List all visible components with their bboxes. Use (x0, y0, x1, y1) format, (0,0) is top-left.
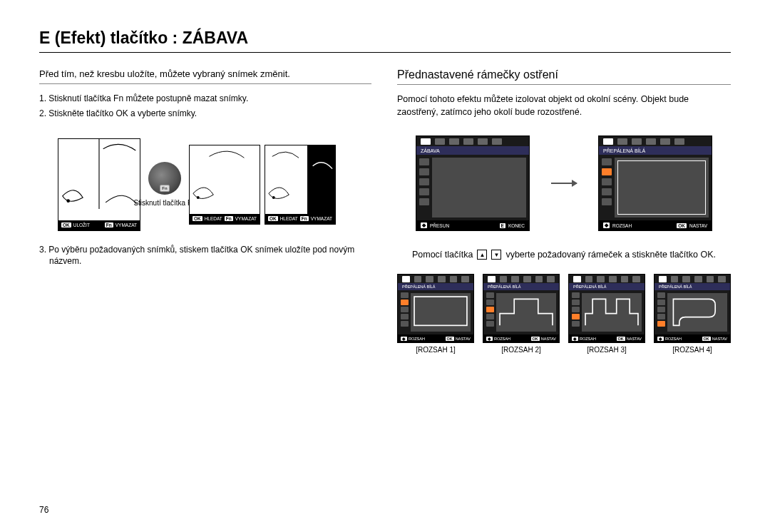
footer-key: E (500, 223, 505, 228)
subsection-desc: Pomocí tohoto efektu můžete izolovat obj… (397, 93, 731, 118)
footer-label: KONEC (508, 223, 525, 228)
side-icon (419, 188, 429, 195)
footer-label: ROZSAH (612, 223, 632, 228)
lcd2-preview (615, 158, 709, 218)
fn-key: Fn (225, 216, 233, 221)
step-2: 2. Stiskněte tlačítko OK a vyberte snímk… (39, 108, 371, 120)
figure-row: OK ULOŽIT Fn VYMAZAT Fn Stisknutí tlačít… (58, 138, 371, 231)
tab-icon (660, 138, 670, 145)
lcd1-side (416, 155, 432, 220)
fn-caption: Stisknutí tlačítka Fn (133, 199, 195, 207)
svg-rect-4 (414, 297, 467, 325)
fn-press-illustration: Fn Stisknutí tlačítka Fn (145, 162, 185, 207)
lcd1-tabs (416, 136, 529, 146)
arrow-right-icon (551, 183, 577, 184)
thumb-lcd: PŘEPÁLENÁ BÍLÁ ◆ROZSAHOKNASTAV (483, 274, 560, 343)
tab-icon (435, 138, 445, 145)
ok-key: OK (61, 222, 71, 227)
scribble-mid (190, 145, 260, 214)
svg-point-1 (66, 199, 70, 203)
footer-label: PŘESUN (430, 223, 449, 228)
lcd1-footer: ◆ PŘESUN E KONEC (416, 220, 529, 230)
side-icon (602, 178, 612, 185)
footer-key: OK (677, 223, 687, 228)
hint-line: Pomocí tlačítka ▲ ▼ vyberte požadovaný r… (397, 250, 731, 260)
subsection-title: Přednastavené rámečky ostření (397, 68, 731, 85)
panel-after-bar: OK HLEDAT Fn VYMAZAT (265, 214, 335, 224)
thumb-1: PŘEPÁLENÁ BÍLÁ ◆ROZSAHOKNASTAV [ROZSAH 1… (397, 274, 474, 354)
thumb-label: [ROZSAH 1] (416, 346, 456, 354)
footer-label: NASTAV (689, 223, 707, 228)
lcd2-side (599, 155, 615, 220)
thumb-label: [ROZSAH 3] (587, 346, 627, 354)
tab-icon (646, 138, 656, 145)
scribble-before (58, 139, 140, 220)
lcd-screen-1: ZÁBAVA ◆ PŘESUN E KONEC (416, 135, 530, 231)
thumb-mode: PŘEPÁLENÁ BÍLÁ (398, 283, 473, 290)
svg-point-2 (197, 196, 200, 199)
focus-frame (617, 160, 706, 215)
lcd1-preview (432, 158, 526, 218)
step-1: 1. Stisknutí tlačítka Fn můžete postupně… (39, 93, 371, 105)
thumb-label: [ROZSAH 2] (501, 346, 541, 354)
thumb-4: PŘEPÁLENÁ BÍLÁ ◆ROZSAHOKNASTAV [ROZSAH 4… (654, 274, 731, 354)
down-key-icon: ▼ (491, 250, 501, 260)
thumb-lcd: PŘEPÁLENÁ BÍLÁ ◆ROZSAHOKNASTAV (654, 274, 731, 343)
panel-before-bar: OK ULOŽIT Fn VYMAZAT (58, 220, 140, 230)
tab-icon (463, 138, 473, 145)
ok-label: ULOŽIT (73, 222, 90, 227)
right-column: Přednastavené rámečky ostření Pomocí toh… (397, 68, 731, 354)
tab-icon (632, 138, 642, 145)
panel-mid: OK HLEDAT Fn VYMAZAT (189, 145, 260, 225)
tab-icon (603, 138, 613, 145)
thumb-3: PŘEPÁLENÁ BÍLÁ ◆ROZSAHOKNASTAV [ROZSAH 3… (568, 274, 645, 354)
ok-key: OK (268, 216, 278, 221)
side-icon (419, 158, 429, 165)
side-icon (419, 178, 429, 185)
scribble-after (265, 145, 335, 214)
side-icon (602, 188, 612, 195)
fn-label: VYMAZAT (115, 222, 137, 227)
footer-key: ◆ (603, 222, 610, 228)
thumb-2: PŘEPÁLENÁ BÍLÁ ◆ROZSAHOKNASTAV [ROZSAH 2… (483, 274, 560, 354)
panel-after: OK HLEDAT Fn VYMAZAT (265, 145, 336, 225)
ok-label: HLEDAT (280, 216, 298, 221)
thumb-lcd: PŘEPÁLENÁ BÍLÁ ◆ROZSAHOKNASTAV (397, 274, 474, 343)
thumb-preview (411, 293, 471, 332)
step-3: 3. Po výběru požadovaných snímků, stiske… (39, 244, 371, 268)
tab-icon (449, 138, 459, 145)
left-column: Před tím, než kresbu uložíte, můžete vyb… (39, 68, 371, 354)
side-icon (419, 198, 429, 205)
fn-key-icon: Fn (160, 185, 170, 192)
content-columns: Před tím, než kresbu uložíte, můžete vyb… (39, 68, 731, 354)
fn-key: Fn (300, 216, 309, 221)
up-key-icon: ▲ (477, 250, 487, 260)
hint-post: vyberte požadovaný rámeček a stiskněte t… (505, 250, 716, 260)
left-intro: Před tím, než kresbu uložíte, můžete vyb… (39, 68, 371, 84)
tab-icon (492, 138, 502, 145)
lcd-transition-row: ZÁBAVA ◆ PŘESUN E KONEC (397, 135, 731, 231)
tab-icon (674, 138, 684, 145)
lcd2-footer: ◆ ROZSAH OK NASTAV (599, 220, 712, 230)
svg-point-3 (272, 196, 275, 199)
lcd-screen-2: PŘEPÁLENÁ BÍLÁ ◆ ROZSAH (598, 135, 712, 231)
side-icon (602, 198, 612, 205)
ok-key: OK (192, 216, 202, 221)
fn-label: VYMAZAT (235, 216, 257, 221)
thumb-lcd: PŘEPÁLENÁ BÍLÁ ◆ROZSAHOKNASTAV (568, 274, 645, 343)
lcd2-tabs (599, 136, 712, 146)
lcd2-mode: PŘEPÁLENÁ BÍLÁ (599, 146, 712, 155)
camera-dial-icon: Fn (148, 162, 181, 195)
side-icon (419, 168, 429, 175)
frame-thumbnails: PŘEPÁLENÁ BÍLÁ ◆ROZSAHOKNASTAV [ROZSAH 1… (397, 274, 731, 354)
side-icon (602, 158, 612, 165)
page-number: 76 (39, 505, 48, 515)
tab-icon (478, 138, 488, 145)
fn-label: VYMAZAT (311, 216, 332, 221)
fn-key: Fn (105, 222, 113, 227)
panel-mid-bar: OK HLEDAT Fn VYMAZAT (190, 214, 260, 224)
side-icon-selected (602, 168, 612, 175)
lcd1-mode: ZÁBAVA (416, 146, 529, 155)
panel-before: OK ULOŽIT Fn VYMAZAT (58, 138, 140, 231)
tab-icon (617, 138, 627, 145)
